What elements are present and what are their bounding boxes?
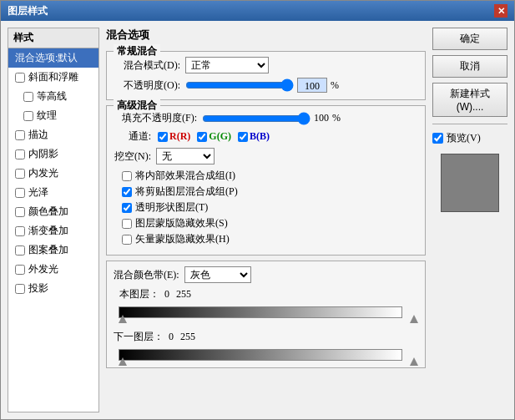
advanced-blend-title: 高级混合 [114, 99, 160, 113]
sidebar-item-color-overlay[interactable]: 颜色叠加 [8, 202, 98, 221]
sidebar-item-blend-options[interactable]: 混合选项:默认 [8, 48, 98, 68]
opacity-slider[interactable] [185, 78, 294, 92]
bevel-checkbox[interactable] [15, 73, 25, 83]
option-label: 将剪贴图层混合成组(P) [135, 185, 238, 199]
this-layer-section: 本图层： 0 255 [114, 287, 418, 318]
preview-label: 预览(V) [447, 131, 481, 145]
fill-opacity-slider[interactable] [202, 112, 311, 125]
drop-shadow-checkbox[interactable] [15, 284, 25, 294]
inner-glow-checkbox[interactable] [15, 169, 25, 179]
inner-shadow-checkbox[interactable] [15, 149, 25, 159]
sidebar-item-label: 内阴影 [28, 147, 58, 161]
option-internal-effects: 将内部效果混合成组(I) [122, 169, 418, 183]
blend-mode-select[interactable]: 正常 [185, 57, 269, 73]
next-layer-values: 0 255 [169, 331, 195, 343]
band-title: 混合颜色带(E): [114, 268, 179, 282]
this-layer-values: 0 255 [164, 288, 191, 301]
option-label: 图层蒙版隐藏效果(S) [135, 216, 228, 230]
advanced-options-list: 将内部效果混合成组(I) 将剪贴图层混合成组(P) 透明形状图层(T) 图层蒙版… [122, 169, 418, 246]
this-layer-left-value: 0 [164, 288, 169, 301]
contour-checkbox[interactable] [23, 92, 33, 102]
opacity-row: 不透明度(O): 100 % [114, 78, 418, 93]
blend-mode-label: 混合模式(D): [114, 58, 180, 73]
right-panel: 确定 取消 新建样式(W).... 预览(V) [432, 28, 507, 412]
knockout-row: 挖空(N): 无 [114, 148, 418, 164]
sidebar-item-label: 颜色叠加 [28, 205, 68, 219]
option-layer-mask-hide: 图层蒙版隐藏效果(S) [122, 216, 418, 230]
close-button[interactable]: ✕ [494, 4, 507, 18]
sidebar-item-label: 混合选项:默认 [15, 51, 78, 65]
channel-b-checkbox[interactable] [238, 132, 248, 142]
band-select[interactable]: 灰色 [184, 266, 251, 283]
option-label: 透明形状图层(T) [135, 200, 208, 215]
sidebar-item-stroke[interactable]: 描边 [8, 125, 98, 144]
sidebar-item-drop-shadow[interactable]: 投影 [8, 279, 98, 298]
new-style-button[interactable]: 新建样式(W).... [432, 83, 507, 117]
channel-row: 通道: R(R) G(G) B(B) [114, 129, 418, 144]
sidebar-item-gradient-overlay[interactable]: 渐变叠加 [8, 221, 98, 240]
next-layer-gradient-container [119, 349, 418, 361]
ok-button[interactable]: 确定 [432, 28, 507, 50]
satin-checkbox[interactable] [15, 188, 25, 198]
divider [432, 124, 507, 124]
sidebar-item-label: 光泽 [28, 185, 48, 200]
sidebar-item-label: 等高线 [37, 89, 67, 104]
sidebar-item-label: 斜面和浮雕 [28, 70, 78, 84]
this-layer-label: 本图层： [114, 287, 159, 301]
vector-mask-hide-checkbox[interactable] [122, 235, 132, 245]
sidebar-item-label: 投影 [28, 281, 48, 296]
next-layer-right-value: 255 [180, 331, 195, 343]
sidebar-item-inner-shadow[interactable]: 内阴影 [8, 144, 98, 164]
this-layer-right-value: 255 [176, 288, 191, 301]
opacity-value: 100 [297, 78, 327, 93]
preview-checkbox[interactable] [432, 133, 443, 144]
layer-style-window: 图层样式 ✕ 样式 混合选项:默认 斜面和浮雕 等高线 纹理 描边 [0, 0, 515, 420]
sidebar-item-satin[interactable]: 光泽 [8, 183, 98, 202]
outer-glow-checkbox[interactable] [15, 265, 25, 275]
internal-effects-checkbox[interactable] [122, 171, 132, 181]
this-layer-row: 本图层： 0 255 [114, 287, 418, 301]
texture-checkbox[interactable] [23, 111, 33, 121]
main-content: 样式 混合选项:默认 斜面和浮雕 等高线 纹理 描边 内阴影 [1, 21, 514, 419]
pattern-overlay-checkbox[interactable] [15, 245, 25, 256]
sidebar-item-contour[interactable]: 等高线 [8, 87, 98, 106]
sidebar-item-label: 纹理 [37, 109, 57, 123]
preview-box [441, 154, 499, 212]
sidebar-item-pattern-overlay[interactable]: 图案叠加 [8, 240, 98, 260]
clip-layers-checkbox[interactable] [122, 187, 132, 197]
channel-r-checkbox[interactable] [158, 132, 168, 142]
transparent-shape-checkbox[interactable] [122, 203, 132, 213]
band-select-row: 混合颜色带(E): 灰色 [114, 266, 418, 283]
sidebar-item-outer-glow[interactable]: 外发光 [8, 260, 98, 279]
knockout-select[interactable]: 无 [156, 148, 215, 164]
sidebar-item-inner-glow[interactable]: 内发光 [8, 164, 98, 183]
stroke-checkbox[interactable] [15, 130, 25, 140]
fill-percent: % [332, 112, 341, 124]
fill-opacity-label: 填充不透明度(F): [114, 111, 197, 125]
this-layer-gradient-container [119, 306, 418, 318]
layer-mask-hide-checkbox[interactable] [122, 219, 132, 229]
channel-b-label: B(B) [250, 130, 270, 143]
sidebar-item-label: 内发光 [28, 166, 58, 180]
window-title: 图层样式 [8, 4, 48, 18]
opacity-percent: % [331, 79, 339, 92]
sidebar-item-texture[interactable]: 纹理 [8, 106, 98, 125]
channel-g-checkbox[interactable] [197, 132, 207, 142]
this-layer-gradient-bar [119, 306, 402, 318]
option-transparent-shape: 透明形状图层(T) [122, 200, 418, 215]
next-layer-gradient-bar [119, 349, 402, 361]
color-overlay-checkbox[interactable] [15, 207, 25, 217]
blend-color-band-group: 混合颜色带(E): 灰色 本图层： 0 255 [106, 261, 426, 368]
opacity-label: 不透明度(O): [114, 78, 180, 93]
channel-r-label: R(R) [169, 130, 190, 143]
option-label: 矢量蒙版隐藏效果(H) [135, 232, 230, 246]
fill-slider-container: 100 % [202, 112, 418, 125]
cancel-button[interactable]: 取消 [432, 55, 507, 78]
gradient-overlay-checkbox[interactable] [15, 226, 25, 236]
sidebar-item-bevel[interactable]: 斜面和浮雕 [8, 68, 98, 87]
this-layer-right-handle[interactable] [410, 315, 418, 323]
blend-options-title: 混合选项 [106, 28, 426, 46]
next-layer-right-handle[interactable] [410, 357, 418, 366]
channel-b-check: B(B) [238, 130, 270, 143]
sidebar-item-label: 描边 [28, 128, 48, 142]
